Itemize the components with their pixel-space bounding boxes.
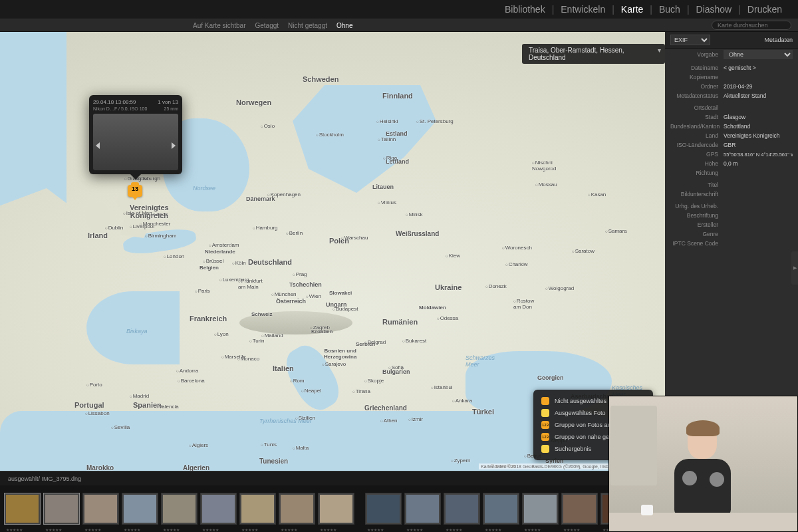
thumbnail[interactable]: ★★★★★ — [82, 493, 119, 525]
ctry: Türkei — [472, 408, 494, 416]
panel-grabber-icon[interactable]: ▶ — [791, 251, 798, 285]
field-gps[interactable]: 55°50'38.816" N 4°14'25.561" W — [724, 152, 793, 158]
city: Luxemburg — [219, 277, 249, 283]
ctry: Österreich — [276, 298, 306, 305]
city: Brüssel — [203, 258, 223, 264]
thumbnail[interactable]: ★★★★★ — [318, 493, 354, 525]
thumbnail[interactable]: ★★★★★ — [279, 493, 315, 525]
tb-visible[interactable]: Auf Karte sichtbar — [193, 22, 245, 29]
map-search-input[interactable] — [712, 21, 791, 30]
city: Oslo — [261, 123, 275, 129]
city: Neapel — [301, 388, 321, 394]
ctry: Ukraine — [435, 283, 462, 291]
city: Tallinn — [378, 136, 396, 142]
tb-none[interactable]: Ohne — [336, 22, 352, 29]
ctry: Finnland — [382, 92, 413, 100]
city: Algiers — [189, 442, 208, 448]
city: Odessa — [437, 315, 458, 321]
field-folder[interactable]: 2018-04-29 — [724, 83, 793, 90]
city: Woronesch — [502, 245, 532, 251]
city: Samara — [605, 228, 627, 234]
nav-diashow[interactable]: Diashow — [690, 4, 739, 15]
sea-label: Schwarzes Meer — [466, 354, 495, 368]
city: Berlin — [286, 230, 303, 236]
field-country[interactable]: Vereinigtes Königreich — [724, 132, 793, 139]
city: Vilnius — [378, 200, 396, 205]
preset-select[interactable]: Ohne — [724, 50, 793, 59]
legend-icon: 123 — [541, 421, 549, 429]
city: Turin — [249, 338, 265, 344]
location-pill[interactable]: Traisa, Ober-Ramstadt, Hessen, Deutschla… — [522, 44, 665, 64]
thumbnail[interactable]: ★★★★★ — [122, 493, 158, 525]
nav-karte[interactable]: Karte — [614, 4, 650, 15]
ctry: Slowakei — [329, 290, 352, 296]
thumbnail[interactable]: ★★★★★ — [4, 493, 41, 525]
thumbnail[interactable]: ★★★★★ — [43, 493, 80, 525]
ctry: Litauen — [372, 184, 394, 190]
city: Köln — [232, 260, 246, 266]
field-city[interactable]: Glasgow — [724, 114, 793, 120]
city: Lissabon — [85, 410, 110, 416]
field-status: Aktuellster Stand — [724, 92, 793, 99]
tb-tagged[interactable]: Getaggt — [255, 22, 279, 29]
city: Istanbul — [431, 384, 453, 390]
city: Moskau — [535, 182, 557, 188]
nav-bibliothek[interactable]: Bibliothek — [498, 4, 552, 15]
thumbnail[interactable]: ★★★★★ — [239, 493, 276, 525]
nav-buch[interactable]: Buch — [652, 4, 687, 15]
city: Kiew — [446, 253, 460, 259]
nav-entwickeln[interactable]: Entwickeln — [554, 4, 612, 15]
ctry: Belgien — [200, 265, 219, 271]
ctry: Tschechien — [289, 281, 322, 288]
ctry: Rumänien — [382, 318, 418, 326]
city: Porto — [86, 382, 102, 388]
field-altitude[interactable]: 0,0 m — [724, 160, 793, 167]
popup-thumbnail[interactable] — [93, 114, 178, 170]
city: Nischni Nowgorod — [532, 160, 556, 172]
nav-drucken[interactable]: Drucken — [741, 4, 789, 15]
thumbnail[interactable]: ★★★★★ — [483, 493, 519, 525]
thumbnail[interactable]: ★★★★★ — [522, 493, 559, 525]
thumbnail[interactable]: ★★★★★ — [161, 493, 198, 525]
legend-icon — [541, 397, 549, 405]
city: Wien — [306, 293, 321, 299]
map-pin-cluster[interactable]: 13 — [128, 185, 142, 197]
ctry: Bosnien und Herzegowina — [324, 348, 356, 360]
city: Warschau — [341, 235, 368, 241]
city: Sarajevo — [322, 361, 346, 367]
thumbnail[interactable]: ★★★★★ — [404, 493, 441, 525]
city: Bukarest — [402, 338, 426, 344]
city: Tunis — [261, 442, 277, 448]
city: Saratow — [572, 248, 595, 254]
panel-left-dropdown[interactable]: EXIF — [670, 35, 710, 45]
ctry: Marokko — [86, 464, 114, 471]
ctry: Deutschland — [248, 258, 292, 266]
panel-title[interactable]: Metadaten — [764, 37, 793, 43]
map-canvas[interactable]: Nordsee Tyrrhenisches Meer Schwarzes Mee… — [0, 32, 665, 471]
city: Andorra — [176, 368, 198, 374]
ctry: Italien — [273, 364, 294, 372]
city: Ankara — [452, 398, 472, 404]
popup-counter: 1 von 13 — [158, 99, 178, 105]
city: Tirana — [352, 388, 370, 394]
thumbnail[interactable]: ★★★★★ — [561, 493, 598, 525]
thumbnail[interactable]: ★★★★★ — [200, 493, 237, 525]
tb-untagged[interactable]: Nicht getaggt — [288, 22, 327, 29]
city: Sevilla — [111, 424, 130, 430]
city: Malta — [293, 445, 309, 451]
city: Birmingham — [145, 233, 176, 239]
city: Kopenhagen — [267, 192, 301, 198]
filmstrip-path: ausgewählt/ IMG_3795.dng — [8, 475, 81, 482]
field-iso[interactable]: GBR — [724, 142, 793, 148]
webcam-overlay — [608, 396, 798, 532]
ctry: Georgien — [537, 374, 564, 381]
city: Minsk — [406, 211, 423, 217]
city: Hamburg — [253, 225, 278, 231]
city: Donezk — [485, 283, 507, 289]
city: München — [271, 291, 297, 297]
legend-icon — [541, 445, 549, 453]
field-state[interactable]: Schottland — [724, 123, 793, 130]
field-filename[interactable]: < gemischt > — [724, 65, 793, 71]
thumbnail[interactable]: ★★★★★ — [444, 493, 480, 525]
thumbnail[interactable]: ★★★★★ — [365, 493, 402, 525]
